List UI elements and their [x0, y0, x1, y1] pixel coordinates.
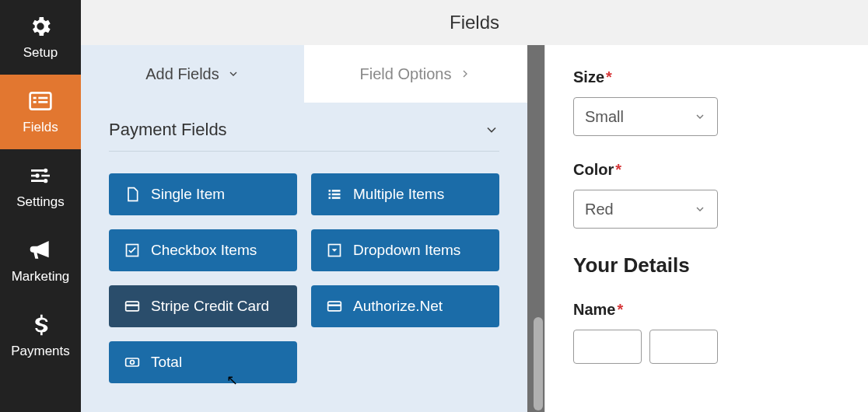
tab-field-options[interactable]: Field Options: [304, 45, 527, 103]
svg-rect-7: [329, 194, 331, 196]
field-buttons-grid: Single Item Multiple Items Checkbox Item…: [81, 152, 527, 405]
first-name-input[interactable]: [573, 330, 642, 364]
last-name-input[interactable]: [649, 330, 718, 364]
svg-rect-2: [38, 97, 47, 100]
section-your-details: Your Details: [573, 253, 840, 278]
color-select[interactable]: Red: [573, 190, 718, 229]
svg-rect-8: [332, 194, 341, 196]
sidebar-item-fields[interactable]: Fields: [0, 75, 81, 149]
svg-rect-6: [332, 190, 341, 192]
money-icon: [124, 354, 140, 370]
svg-rect-10: [332, 197, 341, 199]
section-title: Payment Fields: [109, 120, 227, 140]
workspace: Add Fields Field Options Payment Fields …: [81, 45, 868, 412]
svg-rect-3: [33, 101, 37, 103]
dollar-icon: [28, 312, 53, 337]
svg-rect-1: [33, 97, 37, 100]
svg-rect-9: [329, 197, 331, 199]
section-header[interactable]: Payment Fields: [81, 103, 527, 151]
chevron-down-icon: [227, 68, 240, 80]
name-label: Name*: [573, 301, 840, 319]
svg-rect-5: [329, 190, 331, 192]
sidebar-label: Marketing: [12, 269, 70, 285]
tab-add-fields[interactable]: Add Fields: [81, 45, 304, 103]
checkbox-icon: [124, 243, 140, 258]
svg-rect-16: [328, 305, 341, 307]
list-icon: [28, 89, 53, 113]
credit-card-icon: [327, 299, 342, 314]
bullhorn-icon: [28, 238, 53, 263]
field-multiple-items[interactable]: Multiple Items: [311, 173, 499, 215]
color-label: Color*: [573, 161, 840, 179]
sidebar-item-payments[interactable]: Payments: [0, 299, 81, 373]
field-stripe-credit-card[interactable]: Stripe Credit Card: [109, 285, 297, 327]
sidebar-label: Payments: [11, 344, 70, 359]
page-title: Fields: [81, 0, 868, 45]
svg-rect-4: [38, 101, 47, 103]
chevron-down-icon: [694, 203, 706, 215]
fields-panel: Add Fields Field Options Payment Fields …: [81, 45, 527, 412]
field-authorize-net[interactable]: Authorize.Net: [311, 285, 499, 327]
gear-icon: [28, 14, 53, 39]
size-select[interactable]: Small: [573, 97, 718, 136]
chevron-down-icon: [484, 122, 499, 138]
name-inputs: [573, 330, 840, 364]
sidebar-label: Fields: [23, 120, 58, 135]
dropdown-icon: [327, 243, 342, 258]
chevron-right-icon: [459, 68, 471, 80]
size-label: Size*: [573, 68, 840, 86]
panel-tabs: Add Fields Field Options: [81, 45, 527, 103]
chevron-down-icon: [694, 110, 706, 123]
svg-point-18: [131, 361, 135, 365]
list-icon: [327, 187, 342, 202]
form-preview: Size* Small Color* Red Your Details Name…: [544, 45, 868, 412]
sidebar-label: Settings: [16, 194, 64, 210]
field-total[interactable]: Total: [109, 341, 297, 383]
scroll-thumb[interactable]: [534, 317, 543, 410]
svg-rect-14: [126, 305, 139, 307]
sidebar-item-setup[interactable]: Setup: [0, 0, 81, 75]
field-dropdown-items[interactable]: Dropdown Items: [311, 229, 499, 271]
svg-rect-17: [126, 358, 139, 366]
panel-divider[interactable]: [527, 45, 544, 412]
sliders-icon: [28, 163, 53, 188]
field-single-item[interactable]: Single Item: [109, 173, 297, 215]
app-sidebar: Setup Fields Settings Marketing Payments: [0, 0, 81, 412]
main-area: Fields Add Fields Field Options Payment …: [81, 0, 868, 412]
sidebar-item-settings[interactable]: Settings: [0, 149, 81, 224]
credit-card-icon: [124, 299, 140, 314]
field-checkbox-items[interactable]: Checkbox Items: [109, 229, 297, 271]
sidebar-item-marketing[interactable]: Marketing: [0, 224, 81, 299]
sidebar-label: Setup: [23, 45, 58, 61]
file-icon: [124, 187, 140, 202]
